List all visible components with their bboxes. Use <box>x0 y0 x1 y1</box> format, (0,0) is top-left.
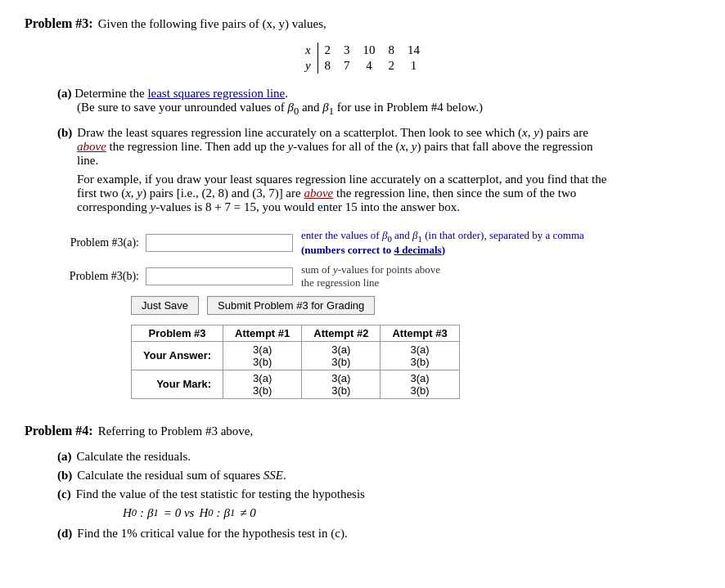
answer-a1: 3(a) 3(b) <box>223 341 302 370</box>
problem4-label: Problem #4: <box>25 424 93 438</box>
problem3-intro: Given the following five pairs of (x, y)… <box>98 17 326 31</box>
your-answer-label: Your Answer: <box>132 341 223 370</box>
problem4-parts: (a) Calculate the residuals. (b) Calcula… <box>57 450 700 541</box>
p4-part-d: (d) Find the 1% critical value for the h… <box>57 527 700 541</box>
inputs-section: Problem #3(a): enter the values of β0 an… <box>25 229 700 290</box>
ha-sub: 0 <box>208 507 213 519</box>
hint-b-text: sum of y-values for points abovethe regr… <box>301 263 440 289</box>
y-row: y 8 7 4 2 1 <box>299 58 426 74</box>
x-val-1: 2 <box>317 43 337 58</box>
mark-a2: 3(a) 3(b) <box>302 370 381 398</box>
hint-a: enter the values of β0 and β1 (in that o… <box>301 229 584 257</box>
p4-b-label: (b) <box>57 469 72 483</box>
p4-a-text: Calculate the residuals. <box>77 450 191 464</box>
above-text-1: above <box>77 140 106 153</box>
y-val-5: 1 <box>401 58 426 74</box>
input-b-label: Problem #3(b): <box>33 270 139 283</box>
answer-a2: 3(a) 3(b) <box>302 341 381 370</box>
hint-b: sum of y-values for points abovethe regr… <box>301 263 440 290</box>
save-button[interactable]: Just Save <box>131 296 199 315</box>
p4-d-text: Find the 1% critical value for the hypot… <box>77 527 347 541</box>
submit-button[interactable]: Submit Problem #3 for Grading <box>207 296 375 315</box>
m1-3a: 3(a) <box>253 372 272 384</box>
beta1-sub: 1 <box>154 507 159 519</box>
part-b-example3: corresponding y-values is 8 + 7 = 15, yo… <box>77 200 700 214</box>
your-answer-row: Your Answer: 3(a) 3(b) 3(a) 3(b) 3(a) 3(… <box>132 341 460 370</box>
part-b-line2: line. <box>77 154 700 168</box>
part-b-text2: the regression line. Then add up the y-v… <box>110 140 593 153</box>
part-b-above-line: above the regression line. Then add up t… <box>77 140 700 154</box>
problem3-label: Problem #3: <box>25 16 93 31</box>
attempts-table: Problem #3 Attempt #1 Attempt #2 Attempt… <box>131 325 460 399</box>
problem4-intro: Referring to Problem #3 above, <box>98 424 254 438</box>
p4-c-text: Find the value of the test statistic for… <box>76 487 365 501</box>
x-label: x <box>299 43 317 58</box>
attempts-header-row: Problem #3 Attempt #1 Attempt #2 Attempt… <box>132 325 460 341</box>
mark-a1: 3(a) 3(b) <box>223 370 302 398</box>
not-equal: ≠ 0 <box>240 506 255 520</box>
col-attempt3: Attempt #3 <box>381 325 459 341</box>
p4-d-label: (d) <box>57 527 72 541</box>
part-b-example2: first two (x, y) pairs [i.e., (2, 8) and… <box>77 186 700 200</box>
h0-sub: 0 <box>132 507 137 519</box>
ha-beta: β <box>224 506 230 520</box>
input-row-b: Problem #3(b): sum of y-values for point… <box>33 263 700 290</box>
m3-3b: 3(b) <box>410 384 429 397</box>
a1-3a: 3(a) <box>253 343 272 356</box>
a2-3b: 3(b) <box>331 356 350 368</box>
x-val-2: 3 <box>337 43 357 58</box>
ha-colon: : <box>217 506 221 520</box>
part-a-label: (a) <box>57 87 72 100</box>
answer-a3: 3(a) 3(b) <box>381 341 459 370</box>
equals-zero: = 0 vs <box>164 506 195 520</box>
hypothesis-line: H0 : β1 = 0 vs H0 : β1 ≠ 0 <box>123 506 700 520</box>
m3-3a: 3(a) <box>410 372 429 384</box>
p4-part-b: (b) Calculate the residual sum of square… <box>57 469 700 483</box>
p4-part-c: (c) Find the value of the test statistic… <box>57 487 700 501</box>
button-row: Just Save Submit Problem #3 for Grading <box>131 296 700 315</box>
m1-3b: 3(b) <box>253 384 272 397</box>
h0-colon: : <box>140 506 144 520</box>
your-mark-label: Your Mark: <box>132 370 223 398</box>
y-val-1: 8 <box>317 58 337 74</box>
a3-3a: 3(a) <box>410 343 429 356</box>
mark-a3: 3(a) 3(b) <box>381 370 459 398</box>
answer-input-b[interactable] <box>146 267 293 285</box>
ha-beta-sub: 1 <box>230 507 235 519</box>
col-problem: Problem #3 <box>132 325 223 341</box>
part-a-text: Determine the least squares regression l… <box>74 87 288 100</box>
x-val-4: 8 <box>382 43 402 58</box>
part-b-label: (b) <box>57 126 72 140</box>
p4-part-a: (a) Calculate the residuals. <box>57 450 700 464</box>
a2-3a: 3(a) <box>331 343 350 356</box>
problem4-section: Problem #4: Referring to Problem #3 abov… <box>25 424 700 541</box>
hint-a-line1: enter the values of β0 and β1 (in that o… <box>301 229 584 241</box>
ha-h: H <box>199 506 208 520</box>
col-attempt1: Attempt #1 <box>223 325 302 341</box>
x-row: x 2 3 10 8 14 <box>299 43 426 58</box>
p4-a-label: (a) <box>57 450 72 464</box>
part-b-example: For example, if you draw your least squa… <box>77 173 700 186</box>
part-b: (b) Draw the least squares regression li… <box>57 126 700 214</box>
col-attempt2: Attempt #2 <box>302 325 381 341</box>
x-val-3: 10 <box>357 43 382 58</box>
h0-text: H <box>123 506 132 520</box>
a3-3b: 3(b) <box>410 356 429 368</box>
answer-input-a[interactable] <box>146 234 293 252</box>
y-val-4: 2 <box>382 58 402 74</box>
m2-3a: 3(a) <box>331 372 350 384</box>
data-table-wrap: x 2 3 10 8 14 y 8 7 4 2 1 <box>25 43 700 74</box>
hint-a-line2: (numbers correct to 4 decimals) <box>301 244 445 256</box>
part-a: (a) Determine the least squares regressi… <box>57 87 700 118</box>
input-row-a: Problem #3(a): enter the values of β0 an… <box>33 229 700 257</box>
problem3-header: Problem #3: Given the following five pai… <box>25 16 700 31</box>
p4-c-label: (c) <box>57 487 71 501</box>
x-val-5: 14 <box>401 43 426 58</box>
your-mark-row: Your Mark: 3(a) 3(b) 3(a) 3(b) 3(a) 3(b) <box>132 370 460 398</box>
problem4-header: Problem #4: Referring to Problem #3 abov… <box>25 424 700 438</box>
beta1-text: β <box>147 506 153 520</box>
xy-table: x 2 3 10 8 14 y 8 7 4 2 1 <box>299 43 426 74</box>
input-a-label: Problem #3(a): <box>33 236 139 249</box>
part-b-text1: Draw the least squares regression line a… <box>77 126 588 140</box>
a1-3b: 3(b) <box>253 356 272 368</box>
